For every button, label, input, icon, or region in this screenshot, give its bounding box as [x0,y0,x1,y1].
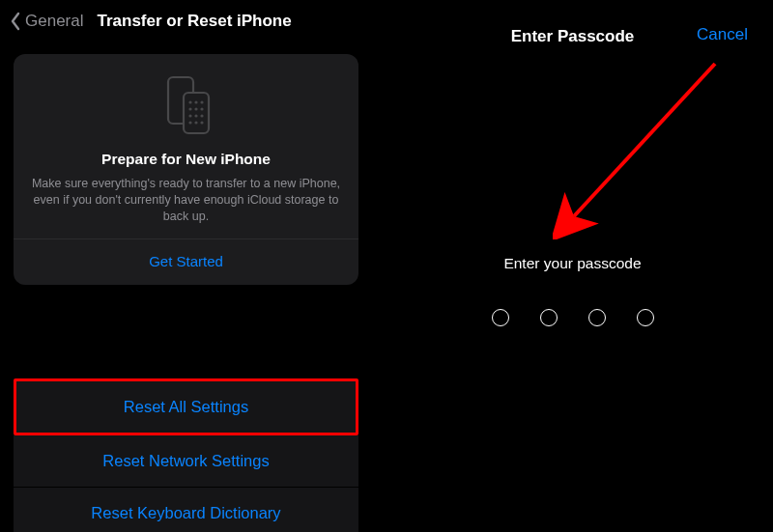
svg-point-8 [188,114,191,117]
prepare-card: Prepare for New iPhone Make sure everyth… [14,54,358,285]
prepare-title: Prepare for New iPhone [14,151,358,168]
svg-point-10 [200,114,203,117]
passcode-panel: Enter Passcode Cancel Enter your passcod… [372,0,773,532]
svg-rect-1 [184,93,209,133]
svg-point-12 [194,121,197,124]
annotation-highlight: Reset All Settings [14,378,358,435]
svg-point-13 [200,121,203,124]
svg-point-6 [194,107,197,110]
passcode-dot [492,309,509,326]
svg-point-5 [188,107,191,110]
passcode-title: Enter Passcode [511,27,635,46]
svg-point-3 [194,100,197,103]
svg-point-4 [200,100,203,103]
reset-options-list: Reset All Settings Reset Network Setting… [14,378,358,532]
passcode-prompt: Enter your passcode [372,255,773,272]
page-title: Transfer or Reset iPhone [97,12,291,31]
get-started-button[interactable]: Get Started [14,239,358,285]
passcode-dots[interactable] [372,309,773,326]
svg-point-9 [194,114,197,117]
svg-point-7 [200,107,203,110]
devices-icon [14,71,358,151]
reset-network-settings-button[interactable]: Reset Network Settings [14,435,358,488]
reset-keyboard-dictionary-button[interactable]: Reset Keyboard Dictionary [14,488,358,532]
cancel-button[interactable]: Cancel [697,25,748,44]
back-chevron-icon[interactable] [10,12,21,31]
passcode-header: Enter Passcode Cancel [372,0,773,46]
prepare-description: Make sure everything's ready to transfer… [14,176,358,238]
svg-point-2 [188,100,191,103]
passcode-dot [540,309,558,326]
nav-header: General Transfer or Reset iPhone [0,0,372,44]
settings-left-pane: General Transfer or Reset iPhone Prepare… [0,0,372,532]
passcode-dot [588,309,606,326]
passcode-dot [637,309,654,326]
back-label[interactable]: General [25,12,83,31]
reset-all-settings-button[interactable]: Reset All Settings [16,381,356,433]
svg-point-11 [188,121,191,124]
